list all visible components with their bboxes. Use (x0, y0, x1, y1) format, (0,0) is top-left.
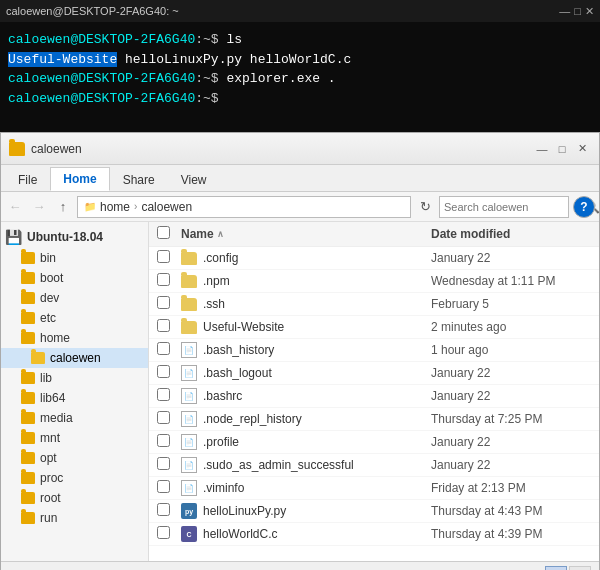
sidebar-label-root: root (40, 491, 61, 505)
address-path[interactable]: 📁 home › caloewen (77, 196, 411, 218)
file-checkbox-11[interactable] (157, 503, 170, 516)
view-details-button[interactable]: ≡ (545, 566, 567, 571)
sidebar-item-lib64[interactable]: lib64 (1, 388, 148, 408)
minimize-button[interactable]: — (533, 140, 551, 158)
sidebar-item-caloewen[interactable]: caloewen (1, 348, 148, 368)
ribbon-tabs: File Home Share View (1, 165, 599, 191)
file-check-2 (157, 296, 181, 312)
file-date-cell: February 5 (431, 297, 591, 311)
up-button[interactable]: ↑ (53, 197, 73, 217)
sidebar-item-root[interactable]: root (1, 488, 148, 508)
file-checkbox-0[interactable] (157, 250, 170, 263)
file-checkbox-2[interactable] (157, 296, 170, 309)
term-prompt-3: caloewen@DESKTOP-2FA6G40 (8, 91, 195, 106)
forward-button[interactable]: → (29, 197, 49, 217)
file-name-cell: 📄 .bash_logout (181, 365, 431, 381)
sidebar-item-run[interactable]: run (1, 508, 148, 528)
sidebar-item-ubuntu[interactable]: 💾 Ubuntu-18.04 (1, 226, 148, 248)
folder-icon (181, 298, 197, 311)
tab-file[interactable]: File (5, 168, 50, 191)
table-row[interactable]: 📄 .profile January 22 (149, 431, 599, 454)
file-check-10 (157, 480, 181, 496)
file-name: .node_repl_history (203, 412, 302, 426)
drive-icon: 💾 (5, 229, 22, 245)
doc-file-icon: 📄 (181, 480, 197, 496)
sidebar-item-media[interactable]: media (1, 408, 148, 428)
table-row[interactable]: Useful-Website 2 minutes ago (149, 316, 599, 339)
table-row[interactable]: 📄 .bash_history 1 hour ago (149, 339, 599, 362)
ribbon: File Home Share View (1, 165, 599, 192)
sidebar-label-caloewen: caloewen (50, 351, 101, 365)
explorer-title-text: caloewen (31, 142, 82, 156)
sidebar-item-proc[interactable]: proc (1, 468, 148, 488)
table-row[interactable]: C helloWorldC.c Thursday at 4:39 PM (149, 523, 599, 546)
table-row[interactable]: .ssh February 5 (149, 293, 599, 316)
file-checkbox-6[interactable] (157, 388, 170, 401)
sidebar-item-mnt[interactable]: mnt (1, 428, 148, 448)
close-button[interactable]: ✕ (573, 140, 591, 158)
sidebar-item-dev[interactable]: dev (1, 288, 148, 308)
sidebar-item-etc[interactable]: etc (1, 308, 148, 328)
file-check-8 (157, 434, 181, 450)
folder-icon-proc (21, 472, 35, 484)
tab-share[interactable]: Share (110, 168, 168, 191)
file-name: helloLinuxPy.py (203, 504, 286, 518)
file-name: .bash_history (203, 343, 274, 357)
file-checkbox-4[interactable] (157, 342, 170, 355)
file-checkbox-8[interactable] (157, 434, 170, 447)
explorer-win-buttons[interactable]: — □ ✕ (533, 140, 591, 158)
sidebar-label-lib64: lib64 (40, 391, 65, 405)
sidebar-item-home[interactable]: home (1, 328, 148, 348)
back-button[interactable]: ← (5, 197, 25, 217)
terminal-title: caloewen@DESKTOP-2FA6G40: ~ (6, 5, 179, 17)
sidebar-item-bin[interactable]: bin (1, 248, 148, 268)
file-list-area: Name ∧ Date modified .config January 22 (149, 222, 599, 561)
sidebar-item-boot[interactable]: boot (1, 268, 148, 288)
sidebar-item-lib[interactable]: lib (1, 368, 148, 388)
sidebar: 💾 Ubuntu-18.04 bin boot dev etc home (1, 222, 149, 561)
col-header-name[interactable]: Name ∧ (181, 227, 431, 241)
search-input[interactable] (444, 201, 582, 213)
file-checkbox-12[interactable] (157, 526, 170, 539)
doc-file-icon: 📄 (181, 365, 197, 381)
file-checkbox-3[interactable] (157, 319, 170, 332)
folder-icon-root (21, 492, 35, 504)
file-date-cell: January 22 (431, 435, 591, 449)
content-area: 💾 Ubuntu-18.04 bin boot dev etc home (1, 222, 599, 561)
sidebar-item-opt[interactable]: opt (1, 448, 148, 468)
doc-file-icon: 📄 (181, 457, 197, 473)
file-checkbox-10[interactable] (157, 480, 170, 493)
file-name-cell: 📄 .profile (181, 434, 431, 450)
file-checkbox-9[interactable] (157, 457, 170, 470)
doc-file-icon: 📄 (181, 434, 197, 450)
file-date-cell: January 22 (431, 366, 591, 380)
table-row[interactable]: .npm Wednesday at 1:11 PM (149, 270, 599, 293)
sidebar-label-bin: bin (40, 251, 56, 265)
file-checkbox-5[interactable] (157, 365, 170, 378)
file-check-0 (157, 250, 181, 266)
table-row[interactable]: 📄 .sudo_as_admin_successful January 22 (149, 454, 599, 477)
terminal-win-controls: — □ ✕ (559, 5, 594, 18)
folder-icon (181, 321, 197, 334)
sidebar-label-lib: lib (40, 371, 52, 385)
terminal-titlebar: caloewen@DESKTOP-2FA6G40: ~ — □ ✕ (0, 0, 600, 22)
table-row[interactable]: 📄 .bash_logout January 22 (149, 362, 599, 385)
file-name: .npm (203, 274, 230, 288)
table-row[interactable]: py helloLinuxPy.py Thursday at 4:43 PM (149, 500, 599, 523)
file-checkbox-7[interactable] (157, 411, 170, 424)
table-row[interactable]: 📄 .bashrc January 22 (149, 385, 599, 408)
refresh-button[interactable]: ↻ (415, 197, 435, 217)
table-row[interactable]: 📄 .node_repl_history Thursday at 7:25 PM (149, 408, 599, 431)
help-button[interactable]: ? (573, 196, 595, 218)
tab-home[interactable]: Home (50, 167, 109, 191)
file-name-cell: .npm (181, 274, 431, 288)
maximize-button[interactable]: □ (553, 140, 571, 158)
term-prompt-1: caloewen@DESKTOP-2FA6G40 (8, 32, 195, 47)
table-row[interactable]: 📄 .viminfo Friday at 2:13 PM (149, 477, 599, 500)
tab-view[interactable]: View (168, 168, 220, 191)
file-name: .sudo_as_admin_successful (203, 458, 354, 472)
select-all-checkbox[interactable] (157, 226, 170, 239)
file-checkbox-1[interactable] (157, 273, 170, 286)
view-tiles-button[interactable]: ⊞ (569, 566, 591, 571)
table-row[interactable]: .config January 22 (149, 247, 599, 270)
